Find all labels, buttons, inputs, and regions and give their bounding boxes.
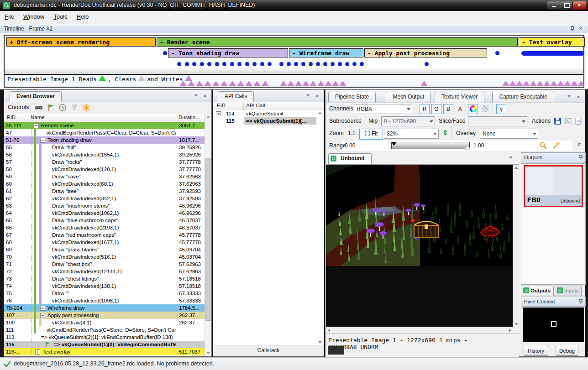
expand-toggle[interactable]: −	[40, 313, 45, 318]
event-row[interactable]: 107-...−Apply post processing262.37...	[4, 312, 206, 319]
event-row[interactable]: 70vkCmdDrawIndexed(516,1)45.03704	[4, 253, 206, 261]
channel-a-toggle[interactable]: A	[455, 104, 465, 114]
timeline-bar[interactable]: - Wireframe draw	[289, 48, 363, 57]
timeline-bar[interactable]: - Render scene	[157, 37, 518, 47]
timeline-close-icon[interactable]: ×	[577, 25, 584, 32]
event-row[interactable]: 46-111−Render scene3064.7...	[4, 122, 206, 129]
event-row[interactable]: 78-104+Wireframe draw1784.5...	[4, 304, 206, 312]
pin-icon[interactable]	[579, 299, 583, 304]
colorwheel-toggle[interactable]	[468, 104, 478, 114]
rendered-scene-image[interactable]	[326, 165, 512, 266]
texture-vertical-scrollbar[interactable]	[513, 165, 519, 327]
expand-toggle[interactable]: +	[40, 306, 45, 311]
event-row[interactable]: 113=> vkQueueSubmit(2)[1]: vkEndCommandB…	[4, 334, 206, 341]
event-row[interactable]: 75Draw ""57.33333	[4, 290, 206, 297]
range-black-handle[interactable]	[391, 142, 397, 146]
tab-inputs[interactable]: Inputs	[555, 286, 582, 296]
filter-icon[interactable]	[70, 104, 79, 112]
tab-api-calls[interactable]: API Calls	[218, 91, 254, 102]
event-row[interactable]: 61Draw "tree"37.92593	[4, 188, 206, 195]
event-row[interactable]: 74vkCmdDrawIndexed(138,1)57.18518	[4, 282, 206, 290]
event-row[interactable]: 67Draw "red mushroom caps"45.77778	[4, 231, 206, 239]
autofit-magnifier-icon[interactable]	[539, 141, 547, 150]
range-min-value[interactable]: 0.00	[345, 142, 355, 149]
event-row[interactable]: 69Draw "grass blades"45.03704	[4, 246, 206, 253]
event-table-header[interactable]: EID Name Duratio...	[4, 114, 206, 122]
scrollbar-thumb[interactable]	[205, 158, 211, 321]
save-icon[interactable]	[554, 117, 562, 125]
event-row[interactable]: 65Draw "blue mushroom caps"46.37037	[4, 217, 206, 224]
event-row[interactable]: 109vkCmdDraw(4,1)262.37...	[4, 319, 206, 326]
event-row[interactable]: 71Draw "chest box"57.62963	[4, 261, 206, 268]
pin-icon[interactable]	[570, 26, 574, 31]
event-row[interactable]: 73Draw "chest fittings"57.18518	[4, 275, 206, 282]
close-button[interactable]: ×	[572, 1, 586, 10]
zoom-level-dropdown[interactable]: 32%	[384, 129, 439, 139]
tab-texture-viewer[interactable]: Texture Viewer	[435, 92, 484, 103]
event-row[interactable]: 111vkCmdEndRenderPass(C=Store, D=Store, …	[4, 326, 206, 334]
event-row[interactable]: 68vkCmdDrawIndexed(1677,1)45.77778	[4, 239, 206, 246]
fb0-thumbnail[interactable]: FB0 Unbound	[524, 165, 583, 207]
tab-mesh-output[interactable]: Mesh Output	[386, 92, 431, 102]
event-row[interactable]: 60vkCmdDrawIndexed(60,1)37.62963	[4, 180, 206, 188]
close-icon[interactable]: ×	[201, 93, 209, 99]
slice-face-dropdown[interactable]	[468, 116, 527, 126]
channel-g-toggle[interactable]: G	[431, 104, 441, 114]
event-row[interactable]: 64vkCmdDrawIndexed(1062,1)46.96296	[4, 209, 206, 217]
event-row[interactable]: 57Draw "rocks"37.77778	[4, 158, 206, 166]
event-row[interactable]: 47vkCmdBeginRenderPass(C=Clear, D=Clear,…	[4, 129, 206, 136]
open-code-icon[interactable]: <>	[575, 117, 583, 125]
timeline-bar[interactable]: - Apply post processing	[364, 48, 487, 57]
flip-y-icon[interactable]: ⇕	[442, 129, 448, 137]
event-row[interactable]: 116-...+Text overlay511.7037	[4, 348, 206, 355]
expand-toggle[interactable]: −	[40, 138, 45, 143]
histogram-wand-icon[interactable]	[552, 141, 560, 150]
menu-window[interactable]: Window	[19, 11, 49, 22]
texture-horizontal-scrollbar[interactable]	[326, 327, 513, 333]
event-row[interactable]: 72vkCmdDrawIndexed(12144,1)57.62963	[4, 268, 206, 275]
expand-toggle[interactable]: +	[35, 349, 40, 354]
event-row[interactable]: 62vkCmdDrawIndexed(342,1)37.92593	[4, 195, 206, 202]
timeline-bar[interactable]: - Text overlay	[519, 37, 585, 47]
jump-to-event-icon[interactable]	[46, 104, 55, 112]
maximize-button[interactable]	[560, 1, 573, 10]
expand-toggle[interactable]: +	[216, 111, 221, 116]
tab-event-browser[interactable]: Event Browser	[10, 91, 62, 102]
menu-tools[interactable]: Tools	[49, 11, 72, 22]
event-row[interactable]: 66vkCmdDrawIndexed(2193,1)46.37037	[4, 224, 206, 231]
chevron-down-icon[interactable]	[566, 94, 573, 100]
menu-file[interactable]: File	[0, 11, 19, 22]
event-row[interactable]: 55Draw "hill"39.25926	[4, 144, 206, 151]
api-call-row[interactable]: 115=> vkQueueSubmit(1)[...	[213, 117, 324, 125]
minimize-button[interactable]	[547, 1, 561, 10]
pin-icon[interactable]	[579, 155, 583, 160]
api-table-header[interactable]: EID API Call	[213, 102, 324, 110]
timeline-bar[interactable]: + Off-screen scene rendering	[6, 37, 156, 47]
gamma-toggle[interactable]: γ	[496, 104, 506, 114]
zoom-1to1-button[interactable]: 1:1	[346, 129, 357, 139]
time-events-icon[interactable]	[58, 104, 67, 112]
find-event-icon[interactable]	[34, 104, 43, 112]
chevron-down-icon[interactable]	[192, 93, 200, 99]
chevron-down-icon[interactable]	[507, 155, 514, 162]
expand-toggle[interactable]: −	[34, 123, 39, 128]
link-image-icon[interactable]	[565, 117, 572, 125]
range-slider[interactable]	[391, 142, 470, 149]
alpha-checker-toggle[interactable]	[480, 104, 490, 114]
event-row[interactable]: 59Draw "cave"37.62963	[4, 173, 206, 180]
debug-button[interactable]: Debug	[556, 346, 578, 356]
texture-display[interactable]	[326, 164, 519, 333]
mip-dropdown[interactable]: 0 - 1272x690	[381, 116, 435, 126]
event-row[interactable]: 56vkCmdDrawIndexed(1554,1)39.25926	[4, 151, 206, 158]
event-row[interactable]: 63Draw "mushroom stems"46.96296	[4, 202, 206, 209]
chevron-down-icon[interactable]	[304, 93, 312, 99]
menu-help[interactable]: Help	[72, 11, 94, 22]
close-icon[interactable]: ×	[575, 94, 582, 100]
splitter-handle[interactable]: ⇵	[578, 142, 581, 147]
event-row[interactable]: 76vkCmdDrawIndexed(1098,1)57.33333	[4, 297, 206, 304]
range-white-handle[interactable]	[465, 146, 470, 149]
api-call-row[interactable]: +114vkQueueSubmit	[213, 110, 324, 117]
tab-capture-executable[interactable]: Capture Executable	[492, 92, 554, 102]
channels-dropdown[interactable]: RGBA	[354, 104, 412, 114]
pixel-context-view[interactable]	[523, 307, 584, 342]
